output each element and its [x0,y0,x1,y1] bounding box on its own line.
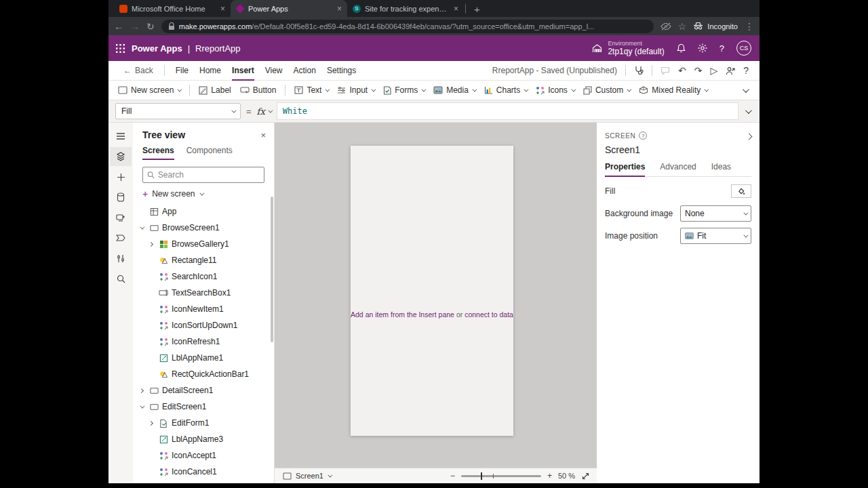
tree-scrollbar[interactable] [271,197,273,342]
app-checker-icon[interactable] [634,66,644,75]
zoom-in-icon[interactable]: + [547,471,552,481]
new-tab-button[interactable]: + [470,3,484,15]
screen-selector[interactable]: Screen1 [283,472,331,480]
button-button[interactable]: Button [240,85,277,95]
eye-off-icon[interactable] [660,22,671,30]
reload-icon[interactable]: ↻ [146,22,155,31]
input-menu[interactable]: Input [337,85,374,95]
media-rail-icon[interactable] [110,208,132,227]
icons-menu[interactable]: Icons [536,85,574,95]
tree-item-icon-control[interactable]: IconCancel1 [133,464,274,480]
redo-icon[interactable]: ↷ [694,65,703,76]
tree-item-shape[interactable]: Rectangle11 [133,252,274,268]
back-button[interactable]: ← Back [123,66,153,75]
chevron-collapsed-icon[interactable] [149,241,153,246]
tab-power-apps[interactable]: Power Apps × [231,0,347,17]
tree-item-label-control[interactable]: LblAppName3 [133,431,274,447]
address-bar[interactable]: make.powerapps.com/e/Default-00f5e81c-ed… [161,20,654,33]
waffle-menu-icon[interactable] [108,35,132,61]
help-circle-icon[interactable]: ? [639,131,647,140]
tab-office-home[interactable]: Microsoft Office Home × [114,0,231,17]
search-rail-icon[interactable] [110,269,132,288]
tab-close-icon[interactable]: × [454,4,458,14]
bookmark-star-icon[interactable]: ☆ [678,22,687,31]
text-menu[interactable]: Text [294,85,328,95]
avatar[interactable]: CS [736,41,751,56]
settings-gear-icon[interactable] [698,43,707,53]
chevron-expanded-icon[interactable] [140,403,144,408]
formula-input[interactable] [277,102,738,120]
tab-components[interactable]: Components [186,146,233,160]
tree-item-screen[interactable]: BrowseScreen1 [133,220,274,236]
tree-item-icon-control[interactable]: IconAccept1 [133,447,274,464]
media-menu[interactable]: Media [433,85,475,95]
zoom-slider-handle[interactable] [481,472,483,480]
forms-menu[interactable]: Forms [383,85,425,95]
background-image-select[interactable]: None [680,205,751,222]
close-icon[interactable]: × [260,130,266,140]
mixed-reality-menu[interactable]: Mixed Reality [639,85,707,95]
tree-item-form[interactable]: EditForm1 [133,415,274,431]
tree-item-screen[interactable]: EditScreen1 [133,399,274,415]
tree-item-icon-control[interactable]: IconNewItem1 [133,301,274,317]
tab-expenses-site[interactable]: S Site for tracking expenses × [347,0,464,17]
menu-settings[interactable]: Settings [327,64,356,77]
data-icon[interactable] [110,188,132,207]
formula-expand-chevron-icon[interactable] [745,107,752,114]
tab-ideas[interactable]: Ideas [711,162,731,176]
screen-artboard[interactable]: Add an item from the Insert pane or conn… [351,146,513,436]
comments-icon[interactable] [660,66,670,75]
share-icon[interactable] [726,66,735,75]
menu-view[interactable]: View [265,64,283,77]
canvas-workspace[interactable]: Add an item from the Insert pane or conn… [275,123,597,483]
tab-advanced[interactable]: Advanced [660,162,696,176]
tree-item-icon-control[interactable]: IconSortUpDown1 [133,317,274,333]
tree-item-shape[interactable]: RectQuickActionBar1 [133,366,274,382]
notifications-bell-icon[interactable] [677,43,686,53]
property-selector[interactable]: Fill [115,103,241,119]
browser-menu-icon[interactable]: ⋮ [745,22,754,31]
help-icon[interactable]: ? [719,43,724,54]
zoom-slider[interactable] [461,475,541,477]
insert-pane-link[interactable]: Add an item from the Insert pane [351,310,454,319]
undo-icon[interactable]: ↶ [678,65,686,76]
tree-item-shape[interactable]: RectQuickActionBar3 [133,480,274,483]
menu-file[interactable]: File [176,64,189,77]
panel-expand-chevron-icon[interactable] [747,129,751,142]
chevron-collapsed-icon[interactable] [139,388,144,392]
menu-home[interactable]: Home [199,64,221,77]
menu-insert[interactable]: Insert [232,64,254,77]
fit-to-window-icon[interactable] [581,472,590,481]
tree-item-textbox[interactable]: TextSearchBox1 [133,285,274,301]
help-icon[interactable]: ? [743,65,749,76]
tab-screens[interactable]: Screens [142,146,174,160]
toolbar-collapse-chevron-icon[interactable] [743,86,749,93]
tab-close-icon[interactable]: × [220,4,225,14]
chevron-expanded-icon[interactable] [140,224,144,229]
power-automate-icon[interactable] [110,228,132,247]
fx-selector[interactable]: fx [257,106,271,117]
image-position-select[interactable]: Fit [680,228,751,244]
new-screen-button[interactable]: New screen [118,85,180,95]
zoom-out-icon[interactable]: − [450,471,455,481]
label-button[interactable]: Label [199,85,231,95]
tree-item-label-control[interactable]: LblAppName1 [133,350,274,366]
forward-icon[interactable]: → [130,22,140,31]
preview-play-icon[interactable]: ▷ [710,65,717,76]
tab-properties[interactable]: Properties [605,162,645,177]
environment-picker[interactable]: Environment 2tp1qy (default) [592,40,664,56]
tree-item-icon-control[interactable]: SearchIcon1 [133,268,274,285]
back-icon[interactable]: ← [114,22,123,31]
tree-search-box[interactable] [142,167,264,183]
fill-color-swatch[interactable] [731,184,751,198]
tree-item-icon-control[interactable]: IconRefresh1 [133,333,274,350]
custom-menu[interactable]: Custom [583,85,630,95]
tree-view-icon[interactable] [110,147,132,166]
advanced-tools-icon[interactable] [110,249,132,268]
tree-item-screen[interactable]: DetailScreen1 [133,382,274,399]
collapse-menu-icon[interactable] [110,127,132,146]
search-input[interactable] [158,170,260,180]
charts-menu[interactable]: Charts [484,85,527,95]
chevron-collapsed-icon[interactable] [149,420,153,425]
connect-to-data-link[interactable]: connect to data [465,310,513,319]
